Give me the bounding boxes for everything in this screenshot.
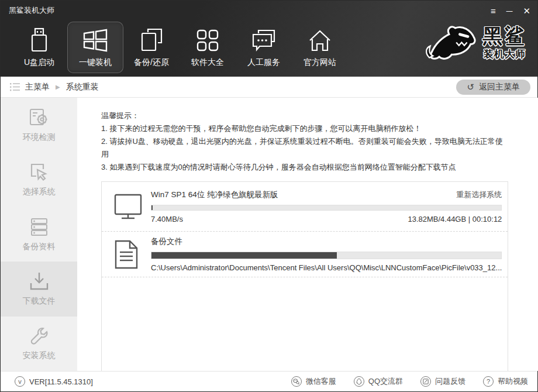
steps-sidebar: 环境检测 选择系统 备份资料 下载文件 [1,98,77,371]
step-label: 环境检测 [23,132,56,143]
titlebar: 黑鲨装机大师 ≡ ─ ✕ [1,1,537,16]
close-icon[interactable]: ✕ [523,6,530,15]
app-title: 黑鲨装机大师 [9,5,54,16]
download-row-backup: 备份文件 C:\Users\Administrator\Documents\Te… [102,232,508,277]
usb-drive-icon [28,27,50,52]
chat-service-icon [251,27,276,52]
nav-item-website[interactable]: 官方网站 [292,22,348,73]
feedback-link[interactable]: 问题反馈 [420,376,465,387]
help-video-link[interactable]: ? 帮助视频 [483,376,528,387]
footer: v VER[11.5.45.1310] 微信客服 QQ交流群 问题反馈 [1,371,537,391]
copy-restore-icon [140,27,163,52]
header: 黑鲨装机大师 ≡ ─ ✕ U盘启动 一键装机 [1,1,537,77]
nav-label: 软件大全 [191,57,224,68]
nav-item-backup-restore[interactable]: 备份/还原 [123,22,180,73]
version-text: VER[11.5.45.1310] [29,377,93,386]
windows-icon [82,27,108,52]
monitor-icon [113,192,151,221]
breadcrumb-current: 系统重装 [66,82,99,92]
brand-logo: 黑鲨 装机大师 [424,22,527,65]
tips-block: 温馨提示： 1. 接下来的过程无需您的干预，程序会帮助您自动完成剩下的步骤，您可… [101,109,508,174]
download-panel-empty-area [102,277,508,376]
step-label: 选择系统 [23,187,56,197]
main-content: 温馨提示： 1. 接下来的过程无需您的干预，程序会帮助您自动完成剩下的步骤，您可… [77,98,538,371]
breadcrumb-root[interactable]: 主菜单 [25,82,50,92]
tips-line-2: 2. 请拔掉U盘、移动硬盘，退出光驱内的光盘，并保证系统重装过程不断电。否则重装… [101,135,508,161]
cursor-select-icon [29,162,49,182]
home-icon [308,27,332,52]
wechat-service-link[interactable]: 微信客服 [291,376,336,387]
step-download-files: 下载文件 [1,262,77,316]
file-icon [113,239,151,270]
system-progress-bar [151,205,502,211]
nav-label: 一键装机 [79,57,112,68]
reselect-system-link[interactable]: 重新选择系统 [456,190,502,200]
brand-line1: 黑鲨 [482,26,527,46]
system-progress-fill [151,205,153,210]
qq-group-link[interactable]: QQ交流群 [354,376,403,387]
tips-line-1: 1. 接下来的过程无需您的干预，程序会帮助您自动完成剩下的步骤，您可以离开电脑稍… [101,122,508,135]
nav-label: 官方网站 [304,57,336,68]
tips-title: 温馨提示： [101,109,508,122]
wechat-icon [291,376,302,387]
download-icon [29,271,50,291]
download-panel: Win7 SP1 64位 纯净绿色旗舰最新版 重新选择系统 7.40MB/s 1… [101,181,508,376]
return-main-menu-button[interactable]: ↺ 返回主菜单 [456,80,530,95]
step-select-system: 选择系统 [1,152,77,207]
shark-logo-icon [424,22,478,65]
brand-line2: 装机大师 [482,47,527,61]
nav-item-one-key-install[interactable]: 一键装机 [67,22,123,73]
footer-link-label: QQ交流群 [368,376,403,387]
download-progress-text: 13.82MB/4.44GB | 00:10:12 [408,215,502,223]
nav-item-support[interactable]: 人工服务 [236,22,292,73]
minimize-icon[interactable]: ─ [506,6,513,15]
nav-label: U盘启动 [24,57,54,68]
footer-link-label: 微信客服 [306,376,336,387]
wrench-icon [29,326,49,346]
download-speed: 7.40MB/s [151,215,183,223]
backup-progress-bar [151,252,502,259]
backup-file-path: C:\Users\Administrator\Documents\Tencent… [151,263,502,272]
step-label: 备份资料 [23,242,56,252]
step-label: 下载文件 [23,296,56,307]
step-env-check: 环境检测 [1,98,77,152]
footer-link-label: 帮助视频 [498,376,528,387]
app-grid-icon [196,27,219,52]
nav-label: 人工服务 [247,57,280,68]
qq-icon [354,376,364,387]
step-install-system: 安装系统 [1,317,77,371]
brand-text: 黑鲨 装机大师 [482,26,527,61]
nav-item-usb-boot[interactable]: U盘启动 [11,22,67,73]
menu-icon[interactable]: ≡ [491,6,496,15]
backup-progress-fill [151,252,337,259]
step-backup-data: 备份资料 [1,207,77,262]
version-icon: v [15,376,25,387]
breadcrumb-arrow-icon: ▶ [56,84,60,90]
nav-label: 备份/还原 [134,57,169,68]
version-info: v VER[11.5.45.1310] [15,376,93,387]
system-name: Win7 SP1 64位 纯净绿色旗舰最新版 [151,190,278,200]
nav-item-software[interactable]: 软件大全 [180,22,236,73]
breadcrumb-bar: 主菜单 ▶ 系统重装 ↺ 返回主菜单 [1,77,537,98]
back-button-label: 返回主菜单 [479,82,520,92]
list-icon [10,82,20,91]
footer-link-label: 问题反馈 [435,376,465,387]
env-check-icon [29,108,50,128]
feedback-icon [420,376,431,387]
app-window: 黑鲨装机大师 ≡ ─ ✕ U盘启动 一键装机 [0,0,538,392]
server-stack-icon [29,217,49,237]
step-label: 安装系统 [23,350,56,361]
back-arrow-icon: ↺ [467,82,474,92]
tips-line-3: 3. 如果遇到下载速度为0的情况时请耐心等待几分钟，服务器会自动根据您当前网络位… [101,161,508,174]
backup-name: 备份文件 [151,236,182,247]
help-icon: ? [483,376,494,387]
main-nav: U盘启动 一键装机 备份/还原 软件大全 [11,22,348,73]
download-row-system: Win7 SP1 64位 纯净绿色旗舰最新版 重新选择系统 7.40MB/s 1… [102,182,508,232]
